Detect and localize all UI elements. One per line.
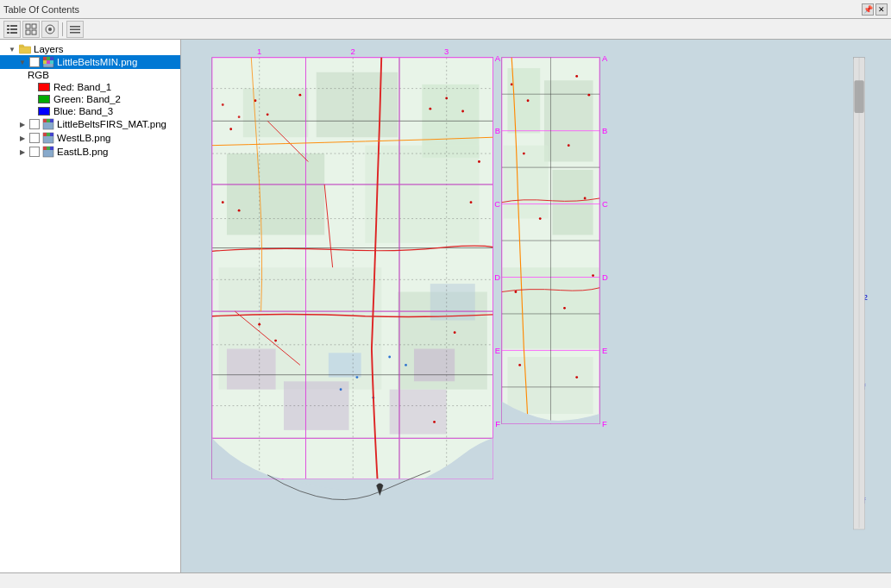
map-svg: 1 2 3 xyxy=(181,40,891,572)
toolbar-separator xyxy=(62,22,63,36)
pin-button[interactable]: 📌 xyxy=(862,3,874,16)
svg-point-56 xyxy=(298,94,301,97)
svg-rect-29 xyxy=(47,133,50,136)
svg-rect-14 xyxy=(70,32,80,34)
svg-text:C: C xyxy=(602,199,608,209)
svg-rect-6 xyxy=(26,24,30,28)
svg-rect-15 xyxy=(19,47,31,53)
thumbnail-button[interactable] xyxy=(22,21,40,38)
toc-item-eastlb[interactable]: ▶ EastLB.png xyxy=(0,145,180,159)
svg-rect-50 xyxy=(430,284,475,320)
svg-rect-39 xyxy=(317,72,398,137)
checkbox-westlb[interactable] xyxy=(29,133,40,143)
firs-label: LittleBeltsFIRS_MAT.png xyxy=(57,119,166,129)
svg-text:2: 2 xyxy=(351,47,355,56)
svg-rect-26 xyxy=(50,119,53,122)
svg-point-130 xyxy=(587,94,590,97)
svg-rect-8 xyxy=(26,30,30,34)
svg-point-138 xyxy=(518,364,521,366)
svg-rect-41 xyxy=(227,153,324,235)
svg-point-65 xyxy=(274,340,277,342)
toc-item-red-band: Red: Band_1 xyxy=(0,81,180,93)
status-bar xyxy=(0,572,891,588)
svg-text:C: C xyxy=(494,199,500,209)
svg-text:A: A xyxy=(602,53,608,63)
svg-point-11 xyxy=(48,28,52,31)
checkbox-eastlb[interactable] xyxy=(29,147,40,157)
svg-rect-17 xyxy=(43,57,47,60)
svg-text:1: 1 xyxy=(257,47,261,56)
svg-point-55 xyxy=(267,113,269,116)
red-swatch xyxy=(38,83,50,91)
svg-point-63 xyxy=(470,201,473,203)
toc-item-littlebeltsfirs[interactable]: ▶ LittleBeltsFIRS_MAT.png xyxy=(0,117,180,131)
toc-item-littlebeltsmin[interactable]: ▼ ✓ LittleBeltsMIN.png xyxy=(0,55,180,69)
svg-rect-20 xyxy=(43,60,47,64)
blue-band-label: Blue: Band_3 xyxy=(53,106,113,116)
svg-rect-110 xyxy=(552,170,593,235)
checkbox-firs[interactable] xyxy=(29,119,40,129)
svg-point-133 xyxy=(539,217,542,220)
svg-rect-0 xyxy=(7,25,9,27)
svg-rect-18 xyxy=(47,57,50,60)
toc-layers-root[interactable]: ▼ Layers xyxy=(0,43,180,55)
window-title: Table Of Contents xyxy=(3,4,79,15)
close-button[interactable]: ✕ xyxy=(875,3,888,16)
svg-text:3: 3 xyxy=(444,47,449,56)
svg-point-132 xyxy=(568,144,570,147)
svg-point-72 xyxy=(388,356,391,359)
svg-point-127 xyxy=(511,83,513,85)
svg-text:A: A xyxy=(495,53,501,63)
green-swatch xyxy=(38,95,50,103)
layers-root-label: Layers xyxy=(34,44,64,54)
svg-rect-108 xyxy=(544,80,593,161)
svg-rect-7 xyxy=(32,24,36,28)
svg-rect-2 xyxy=(7,28,9,30)
expand-icon-littlebeltsmin: ▼ xyxy=(17,57,28,67)
svg-rect-25 xyxy=(47,119,50,122)
eastlb-label: EastLB.png xyxy=(57,147,108,157)
svg-text:D: D xyxy=(602,272,608,282)
raster-layer-icon-eastlb xyxy=(42,146,54,158)
svg-rect-21 xyxy=(47,60,50,64)
svg-point-61 xyxy=(238,210,241,212)
svg-point-52 xyxy=(238,116,241,118)
svg-point-60 xyxy=(222,201,224,203)
svg-text:E: E xyxy=(602,346,607,355)
svg-rect-12 xyxy=(70,26,80,28)
source-button[interactable] xyxy=(41,21,59,38)
svg-point-139 xyxy=(575,376,578,378)
svg-text:B: B xyxy=(495,126,500,135)
svg-point-136 xyxy=(563,307,566,310)
svg-point-66 xyxy=(454,331,456,334)
expand-icon-firs: ▶ xyxy=(17,119,28,129)
svg-point-137 xyxy=(592,274,594,277)
svg-rect-47 xyxy=(390,390,447,435)
svg-rect-5 xyxy=(10,32,17,34)
svg-point-135 xyxy=(514,291,517,293)
options-button[interactable] xyxy=(66,21,84,38)
svg-rect-1 xyxy=(10,25,17,27)
svg-point-62 xyxy=(478,160,480,163)
svg-text:E: E xyxy=(495,346,500,355)
svg-rect-42 xyxy=(365,146,479,243)
map-area[interactable]: 1 2 3 xyxy=(181,40,891,572)
green-band-label: Green: Band_2 xyxy=(53,94,121,104)
svg-rect-30 xyxy=(50,133,53,136)
littlebeltsmin-label: LittleBeltsMIN.png xyxy=(57,57,137,67)
svg-rect-9 xyxy=(32,30,36,34)
list-view-button[interactable] xyxy=(3,21,21,38)
raster-layer-icon xyxy=(42,56,54,68)
checkbox-littlebeltsmin[interactable]: ✓ xyxy=(29,57,40,67)
svg-rect-45 xyxy=(227,349,276,390)
toc-item-westlb[interactable]: ▶ WestLB.png xyxy=(0,131,180,145)
folder-icon xyxy=(19,44,31,54)
svg-point-131 xyxy=(523,153,525,155)
svg-rect-33 xyxy=(47,147,50,150)
svg-rect-28 xyxy=(43,133,47,136)
svg-rect-24 xyxy=(43,119,47,122)
red-band-label: Red: Band_1 xyxy=(53,82,111,92)
svg-text:B: B xyxy=(602,126,607,135)
svg-point-71 xyxy=(405,364,407,366)
toc-tree: ▼ Layers ▼ ✓ xyxy=(0,40,180,162)
